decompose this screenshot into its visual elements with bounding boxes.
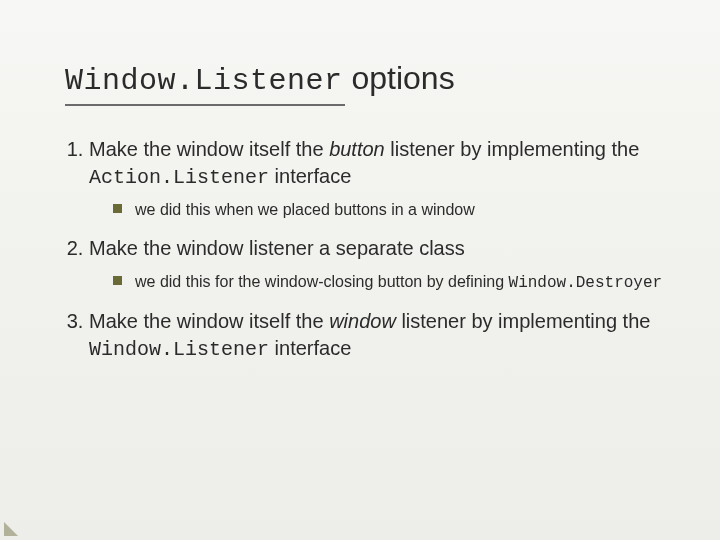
sublist-1: we did this when we placed buttons in a … xyxy=(113,199,670,221)
sublist-1-item: we did this when we placed buttons in a … xyxy=(113,199,670,221)
list-item-1-body: Make the window itself the button listen… xyxy=(89,136,670,191)
title-underline xyxy=(65,104,345,106)
li1-post: interface xyxy=(269,165,351,187)
sub2-text: we did this for the window-closing butto… xyxy=(135,273,509,290)
li1-mid: listener by implementing the xyxy=(385,138,640,160)
list-item-3: Make the window itself the window listen… xyxy=(89,308,670,363)
li1-pre: Make the window itself the xyxy=(89,138,329,160)
sub1-text: we did this when we placed buttons in a … xyxy=(135,201,475,218)
list-item-1: Make the window itself the button listen… xyxy=(89,136,670,221)
li3-pre: Make the window itself the xyxy=(89,310,329,332)
li3-post: interface xyxy=(269,337,351,359)
slide: Window.Listener options Make the window … xyxy=(0,0,720,540)
sub2-code: Window.Destroyer xyxy=(509,274,663,292)
title-rest: options xyxy=(343,60,455,96)
sublist-2-item: we did this for the window-closing butto… xyxy=(113,271,670,295)
corner-accent-icon xyxy=(4,522,18,536)
li3-code: Window.Listener xyxy=(89,338,269,361)
list-item-2-body: Make the window listener a separate clas… xyxy=(89,235,670,263)
li1-em: button xyxy=(329,138,385,160)
list-item-3-body: Make the window itself the window listen… xyxy=(89,308,670,363)
li3-em: window xyxy=(329,310,396,332)
li2-pre: Make the window listener a separate clas… xyxy=(89,237,465,259)
li3-mid: listener by implementing the xyxy=(396,310,651,332)
title-code: Window.Listener xyxy=(65,64,343,98)
sublist-2: we did this for the window-closing butto… xyxy=(113,271,670,295)
numbered-list: Make the window itself the button listen… xyxy=(89,136,670,363)
slide-title: Window.Listener options xyxy=(65,60,670,98)
li1-code: Action.Listener xyxy=(89,166,269,189)
list-item-2: Make the window listener a separate clas… xyxy=(89,235,670,295)
